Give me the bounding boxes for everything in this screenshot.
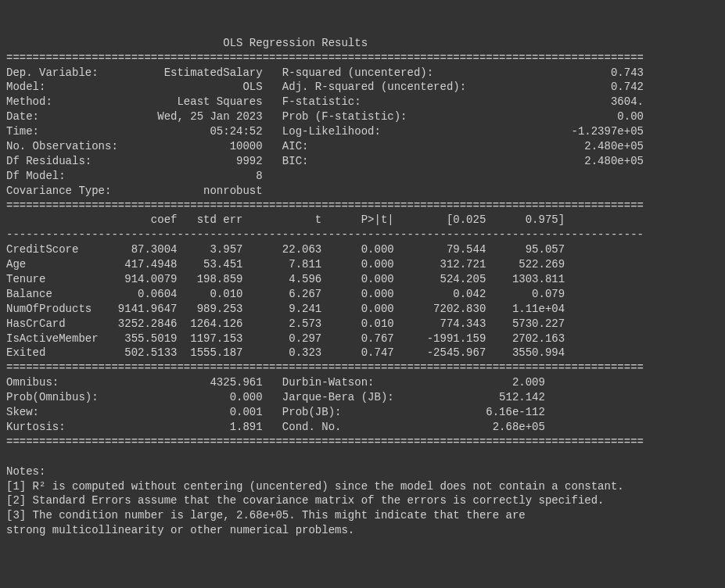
ols-regression-output: OLS Regression Results =================… — [6, 36, 719, 538]
